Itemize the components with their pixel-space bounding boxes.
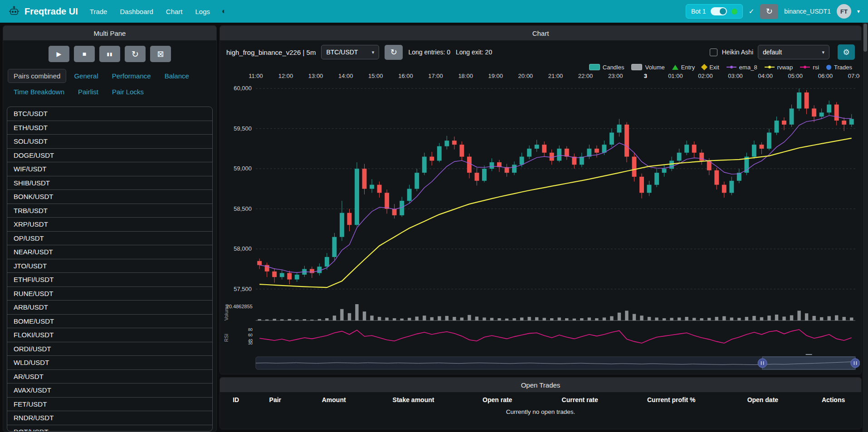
tab-pairs-combined[interactable]: Pairs combined	[8, 69, 66, 83]
pair-list-item[interactable]: WIF/USDT	[7, 162, 212, 176]
svg-text:58,000: 58,000	[234, 245, 252, 252]
legend-item-trades[interactable]: Trades	[826, 64, 852, 71]
avatar[interactable]: FT	[837, 4, 851, 19]
pair-select[interactable]: BTC/USDT ▾	[321, 45, 379, 59]
navbar-right: Bot 1 ✓ ↻ binance_USDT1 FT ▾	[686, 4, 860, 19]
brand[interactable]: Freqtrade UI	[8, 5, 78, 17]
tab-general[interactable]: General	[68, 69, 104, 83]
pause-button[interactable]: ▮▮	[99, 46, 120, 62]
refresh-icon: ↻	[390, 47, 397, 57]
refresh-button[interactable]: ↻	[125, 46, 146, 62]
navigator-handle[interactable]	[851, 359, 860, 368]
column-header-current-profit-%: Current profit %	[623, 392, 720, 406]
pause-icon: ▮▮	[107, 52, 112, 57]
pair-list-item[interactable]: BOME/USDT	[7, 315, 212, 329]
svg-text:18:00: 18:00	[458, 73, 473, 79]
candlestick-chart[interactable]: 57,50058,00058,50059,00059,50060,00011:0…	[221, 72, 860, 371]
chart-panel-header: Chart	[220, 26, 861, 40]
pair-list-item[interactable]: SHIB/USDT	[7, 176, 212, 190]
pair-list-item[interactable]: NEAR/USDT	[7, 245, 212, 259]
svg-text:02:00: 02:00	[698, 73, 712, 79]
legend-item-candles[interactable]: Candles	[589, 64, 624, 71]
svg-text:22:00: 22:00	[578, 73, 593, 79]
nav-item-dashboard[interactable]: Dashboard	[120, 8, 153, 15]
bot-selector[interactable]: Bot 1	[686, 4, 743, 19]
scrollbar-thumb[interactable]	[863, 24, 867, 52]
legend-swatch	[589, 64, 600, 70]
chevron-down-icon: ▾	[822, 49, 824, 55]
navigator-selection[interactable]	[762, 357, 855, 369]
pair-list-item[interactable]: ETH/USDT	[7, 121, 212, 135]
legend-label: Candles	[603, 64, 624, 71]
stop-button[interactable]: ■	[74, 46, 95, 62]
svg-text:16:00: 16:00	[398, 73, 413, 79]
pair-list-item[interactable]: FET/USDT	[7, 398, 212, 412]
nav-item-trade[interactable]: Trade	[90, 8, 107, 15]
svg-text:11:00: 11:00	[249, 73, 263, 79]
window-scrollbar[interactable]	[863, 23, 868, 432]
legend-item-rsi[interactable]: rsi	[800, 64, 819, 71]
legend-item-entry[interactable]: Entry	[672, 64, 695, 71]
svg-text:20.4862855: 20.4862855	[226, 304, 253, 309]
pair-list-item[interactable]: ARB/USDT	[7, 301, 212, 315]
tab-performance[interactable]: Performance	[106, 69, 157, 83]
legend-item-volume[interactable]: Volume	[631, 64, 664, 71]
legend-item-ema_8[interactable]: ema_8	[727, 64, 757, 71]
pair-list-item[interactable]: ETHFI/USDT	[7, 273, 212, 287]
nav-item-chart[interactable]: Chart	[166, 8, 183, 15]
pair-list-item[interactable]: SOL/USDT	[7, 135, 212, 149]
bot-controls-toolbar: ▶■▮▮↻⊠	[3, 46, 216, 62]
chart-refresh-button[interactable]: ↻	[385, 45, 403, 60]
pair-list-item[interactable]: BONK/USDT	[7, 190, 212, 204]
pair-list-item[interactable]: JTO/USDT	[7, 259, 212, 273]
pair-list-item[interactable]: TRB/USDT	[7, 204, 212, 218]
pair-list-item[interactable]: DOGE/USDT	[7, 149, 212, 163]
nav-menu: TradeDashboardChartLogs	[90, 8, 210, 15]
tab-pairlist[interactable]: Pairlist	[72, 85, 104, 99]
chevron-down-icon: ▾	[372, 49, 375, 55]
pair-list-item[interactable]: RNDR/USDT	[7, 411, 212, 425]
heikin-ashi-checkbox[interactable]	[710, 49, 717, 56]
pair-list-item[interactable]: DOT/USDT	[7, 425, 212, 432]
pair-list-item[interactable]: FLOKI/USDT	[7, 328, 212, 342]
pair-list-item[interactable]: WLD/USDT	[7, 356, 212, 370]
brand-title: Freqtrade UI	[24, 6, 78, 17]
play-button[interactable]: ▶	[49, 46, 69, 62]
right-column: Chart high_frog_binance_v226 | 5m BTC/US…	[219, 25, 862, 429]
legend-item-rvwap[interactable]: rvwap	[765, 64, 793, 71]
svg-text:01:00: 01:00	[668, 73, 683, 79]
navigator-handle[interactable]	[758, 359, 767, 368]
tab-balance[interactable]: Balance	[159, 69, 195, 83]
plot-config-select[interactable]: default ▾	[758, 45, 829, 59]
svg-text:60: 60	[248, 333, 253, 337]
svg-text:30: 30	[248, 341, 253, 345]
plot-settings-button[interactable]: ⚙	[838, 44, 855, 60]
nav-item-logs[interactable]: Logs	[195, 8, 210, 15]
open-trades-empty-text: Currently no open trades.	[220, 406, 861, 419]
reload-button[interactable]: ↻	[760, 4, 778, 19]
long-entries-label: Long entries: 0	[408, 49, 450, 56]
pair-list-item[interactable]: AR/USDT	[7, 370, 212, 384]
svg-text:03:00: 03:00	[728, 73, 742, 79]
tab-pair-locks[interactable]: Pair Locks	[106, 85, 150, 99]
legend-item-exit[interactable]: Exit	[702, 64, 719, 71]
clear-chart-button[interactable]: ⊠	[150, 46, 171, 62]
theme-toggle-icon[interactable]: ◐	[222, 7, 226, 16]
bot-toggle[interactable]	[711, 7, 727, 15]
pair-list: BTC/USDTETH/USDTSOL/USDTDOGE/USDTWIF/USD…	[7, 107, 213, 432]
chevron-down-icon[interactable]: ▾	[857, 8, 860, 15]
pair-list-item[interactable]: BTC/USDT	[7, 107, 212, 121]
tab-time-breakdown[interactable]: Time Breakdown	[8, 85, 70, 99]
svg-text:17:00: 17:00	[428, 73, 443, 79]
multi-pane-header: Multi Pane	[3, 26, 216, 40]
pair-list-item[interactable]: OP/USDT	[7, 232, 212, 246]
pair-list-item[interactable]: RUNE/USDT	[7, 287, 212, 301]
pair-select-value: BTC/USDT	[326, 49, 358, 56]
pair-list-item[interactable]: ORDI/USDT	[7, 342, 212, 356]
main-content: Multi Pane ▶■▮▮↻⊠ Pairs combinedGeneralP…	[0, 23, 868, 429]
open-trades-header: Open Trades	[220, 378, 861, 392]
refresh-icon: ↻	[132, 49, 139, 59]
chart-controls: high_frog_binance_v226 | 5m BTC/USDT ▾ ↻…	[220, 40, 861, 61]
pair-list-item[interactable]: XRP/USDT	[7, 218, 212, 232]
pair-list-item[interactable]: AVAX/USDT	[7, 383, 212, 398]
